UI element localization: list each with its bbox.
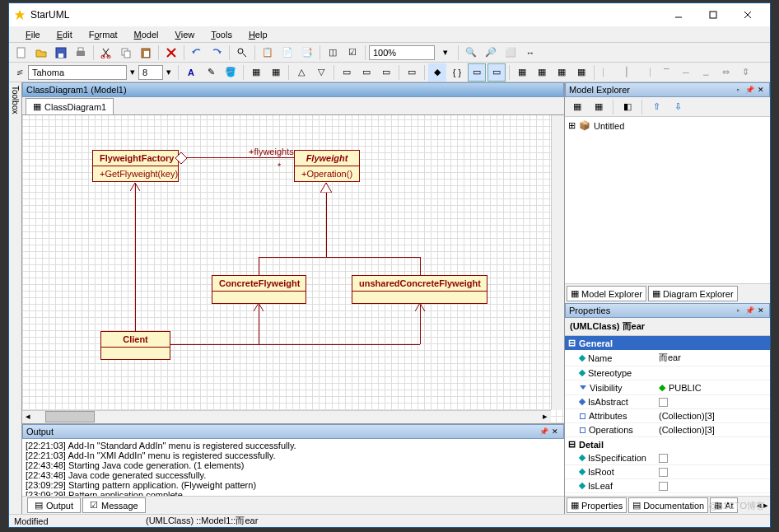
output-tab-output[interactable]: ▤ Output <box>27 497 81 513</box>
align-4[interactable]: ▦ <box>572 63 590 82</box>
font-color-button[interactable]: A <box>182 63 200 82</box>
font-size-combo[interactable]: 8 <box>138 65 163 80</box>
menu-format[interactable]: Format <box>82 28 124 41</box>
tool-3[interactable]: 📑 <box>298 44 316 62</box>
close-button[interactable] <box>730 5 765 25</box>
class-concrete-flyweight[interactable]: ConcreteFlyweight <box>212 275 306 304</box>
line-style-2[interactable]: ▽ <box>312 63 330 82</box>
style-2[interactable]: ▦ <box>267 63 285 82</box>
menu-edit[interactable]: Edit <box>50 28 79 41</box>
find-button[interactable] <box>233 44 251 62</box>
toolbox-panel[interactable]: Toolbox <box>9 82 22 514</box>
distribute-h[interactable]: ⇔ <box>716 63 735 82</box>
prop-row-stereotype[interactable]: Stereotype <box>565 366 770 380</box>
prop-category-detail[interactable]: ⊟Detail <box>565 437 770 451</box>
prop-row-operations[interactable]: Operations(Collection)[3] <box>565 423 770 437</box>
class-flyweight[interactable]: Flyweight +Operation() <box>294 150 360 182</box>
view-1[interactable]: ▭ <box>338 63 356 82</box>
show-2[interactable]: { } <box>448 63 466 82</box>
prop-row-visibility[interactable]: Visibility◆PUBLIC <box>565 380 770 395</box>
view-2[interactable]: ▭ <box>357 63 376 82</box>
prop-pin-button[interactable]: 📌 <box>744 306 754 315</box>
prop-row-isabstract[interactable]: IsAbstract <box>565 395 770 409</box>
show-1[interactable]: ◆ <box>428 63 446 82</box>
show-3[interactable]: ▭ <box>468 63 486 82</box>
tab-documentation[interactable]: ▤Documentation <box>628 497 708 513</box>
prop-row-isleaf[interactable]: IsLeaf <box>565 479 770 493</box>
dep-line-2[interactable] <box>170 344 420 345</box>
open-button[interactable] <box>32 44 50 62</box>
me-dock-button[interactable]: ▫ <box>733 85 743 95</box>
class-client[interactable]: Client <box>100 331 170 360</box>
dep-line-1[interactable] <box>135 183 136 331</box>
gen-line[interactable] <box>326 183 327 257</box>
paste-button[interactable] <box>137 44 155 62</box>
font-name-combo[interactable]: Tahoma <box>28 65 127 80</box>
delete-button[interactable] <box>162 44 180 62</box>
view-3[interactable]: ▭ <box>377 63 395 82</box>
zoom-combo[interactable]: 100% <box>369 45 435 60</box>
fill-color-button[interactable]: 🪣 <box>222 63 240 82</box>
me-close-button[interactable]: ✕ <box>756 85 766 95</box>
canvas-scrollbar-h[interactable]: ◂▸ <box>22 410 551 423</box>
me-btn-2[interactable]: ▦ <box>590 98 608 116</box>
menu-file[interactable]: File <box>19 28 47 41</box>
line-color-button[interactable]: ✎ <box>202 63 220 82</box>
me-down-button[interactable]: ⇩ <box>669 98 687 116</box>
menu-view[interactable]: View <box>169 28 202 41</box>
prop-dock-button[interactable]: ▫ <box>733 306 743 315</box>
me-btn-1[interactable]: ▦ <box>568 98 586 116</box>
align-bottom[interactable]: ⎽ <box>697 63 715 82</box>
maximize-button[interactable] <box>696 5 730 25</box>
zoom-out-button[interactable]: 🔎 <box>482 44 500 62</box>
align-1[interactable]: ▦ <box>513 63 531 82</box>
tab-properties[interactable]: ▦Properties <box>567 497 627 513</box>
class-flyweight-factory[interactable]: FlyweightFactory +GetFlyweight(key) <box>92 150 179 182</box>
zoom-dropdown[interactable]: ▾ <box>436 44 455 62</box>
menu-tools[interactable]: Tools <box>204 28 239 41</box>
prop-row-attributes[interactable]: Attributes(Collection)[3] <box>565 409 770 423</box>
nav-tool[interactable]: ↔ <box>521 44 539 62</box>
align-middle[interactable]: ─ <box>677 63 695 82</box>
me-btn-3[interactable]: ◧ <box>618 98 637 116</box>
tool-5[interactable]: ☑ <box>343 44 362 62</box>
canvas-scrollbar-v[interactable] <box>551 115 564 410</box>
prop-row-isroot[interactable]: IsRoot <box>565 465 770 479</box>
output-pin-button[interactable]: 📌 <box>539 427 548 436</box>
me-pin-button[interactable]: 📌 <box>744 85 754 95</box>
diagram-canvas[interactable]: FlyweightFactory +GetFlyweight(key) Flyw… <box>22 115 564 423</box>
association-line[interactable] <box>179 157 294 158</box>
tree-item-root[interactable]: ⊞ 📦 Untitled <box>568 120 767 131</box>
show-4[interactable]: ▭ <box>487 63 506 82</box>
minimize-button[interactable] <box>661 5 696 25</box>
line-style-1[interactable]: △ <box>292 63 310 82</box>
print-button[interactable] <box>72 44 90 62</box>
output-body[interactable]: [22:21:03] Add-In "Standard AddIn" menu … <box>22 439 564 496</box>
zoom-in-button[interactable]: 🔍 <box>462 44 480 62</box>
font-name-dropdown[interactable]: ▾ <box>130 67 135 77</box>
prop-row-isspecification[interactable]: IsSpecification <box>565 451 770 465</box>
tool-1[interactable]: 📋 <box>259 44 277 62</box>
save-button[interactable] <box>52 44 70 62</box>
model-explorer-tree[interactable]: ⊞ 📦 Untitled <box>565 117 770 283</box>
menu-help[interactable]: Help <box>242 28 274 41</box>
prop-category-general[interactable]: ⊟General <box>565 336 770 350</box>
align-left[interactable]: ⎸ <box>598 63 616 82</box>
align-right[interactable]: ⎹ <box>637 63 655 82</box>
diagram-tab[interactable]: ▦ ClassDiagram1 <box>26 98 114 114</box>
tab-diagram-explorer[interactable]: ▦ Diagram Explorer <box>648 286 738 301</box>
properties-grid[interactable]: ⊟General Name而ear Stereotype Visibility◆… <box>565 336 770 496</box>
tab-model-explorer[interactable]: ▦ Model Explorer <box>567 286 646 301</box>
output-close-button[interactable]: ✕ <box>550 427 560 436</box>
font-size-dropdown[interactable]: ▾ <box>166 67 171 77</box>
copy-button[interactable] <box>117 44 135 62</box>
new-button[interactable] <box>12 44 30 62</box>
prop-row-name[interactable]: Name而ear <box>565 350 770 366</box>
tool-2[interactable]: 📄 <box>278 44 296 62</box>
view-4[interactable]: ▭ <box>403 63 421 82</box>
class-unshared-flyweight[interactable]: unsharedConcreteFlyweight <box>352 275 487 304</box>
style-1[interactable]: ▦ <box>247 63 265 82</box>
redo-button[interactable] <box>208 44 226 62</box>
align-3[interactable]: ▦ <box>553 63 571 82</box>
align-center[interactable]: ⎮ <box>618 63 636 82</box>
